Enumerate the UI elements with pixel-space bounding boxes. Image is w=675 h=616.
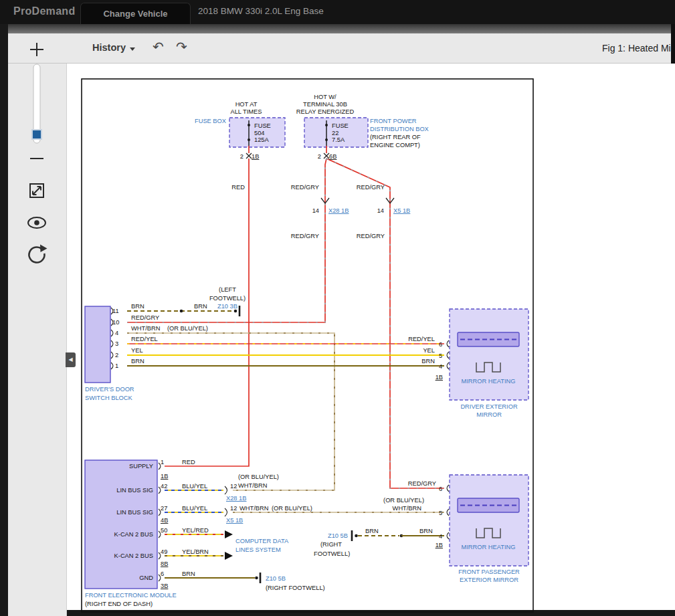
fem-z10-5b-link[interactable]: Z10 5B <box>266 575 286 582</box>
dist-box-label-3: (RIGHT REAR OF <box>370 134 421 140</box>
pm-pin-6: 6 <box>439 486 442 492</box>
fem-name-1[interactable]: FRONT ELECTRONIC MODULE <box>85 592 177 599</box>
dist-box-label-1[interactable]: FRONT POWER <box>370 118 417 124</box>
undo-button[interactable]: ↶ <box>153 39 164 55</box>
fem-z10-5b-loc: (RIGHT FOOTWELL) <box>266 585 325 591</box>
z10-3b-link[interactable]: Z10 3B <box>217 303 237 310</box>
switch-block-name-2[interactable]: SWITCH BLOCK <box>85 395 133 401</box>
dm-name-2[interactable]: MIRROR <box>476 411 502 418</box>
passenger-mirror-box[interactable] <box>450 475 528 566</box>
fem42-orbluyel: (OR BLU/YEL) <box>238 474 279 480</box>
wire-label-redgry-3: RED/GRY <box>291 233 319 239</box>
sb-wire-yel: YEL <box>131 347 143 354</box>
left-edge-strip <box>0 24 8 616</box>
pm-orbluyel: (OR BLU/YEL) <box>383 497 424 504</box>
pm-pin-4: 4 <box>439 533 442 540</box>
dm-wire-redyel: RED/YEL <box>408 336 435 342</box>
mid-z10-5b-loc-1: (RIGHT <box>320 541 342 548</box>
sb-pin-2: 2 <box>115 352 118 358</box>
hot-relay-label-2: TERMINAL 30B <box>303 101 347 108</box>
chevron-down-icon[interactable] <box>130 47 135 51</box>
connector-x5-link[interactable]: X5 1B <box>393 207 410 214</box>
wire-label-redgry-2: RED/GRY <box>357 184 385 191</box>
mid-z10-5b-link[interactable]: Z10 5B <box>328 532 348 539</box>
pm-pin-5: 5 <box>439 510 442 516</box>
fem-pin-49: 49 <box>161 548 167 555</box>
switch-block-name-1[interactable]: DRIVER'S DOOR <box>85 386 134 393</box>
fem27-x5-link[interactable]: X5 1B <box>226 517 243 524</box>
hot-relay-label-1: HOT W/ <box>314 94 336 100</box>
fem-pin-1: 1 <box>161 459 164 466</box>
dist-box-label-2[interactable]: DISTRIBUTION BOX <box>370 126 429 132</box>
drivers-door-switch-block-box[interactable] <box>85 306 110 383</box>
zoom-slider-handle[interactable] <box>32 130 41 139</box>
zoom-in-button[interactable] <box>30 43 43 56</box>
redo-button[interactable]: ↷ <box>176 39 187 55</box>
expand-icon <box>30 184 43 197</box>
pm-name-2[interactable]: EXTERIOR MIRROR <box>460 577 518 583</box>
sb-pin-1: 1 <box>115 363 118 369</box>
sb-pin-10: 10 <box>112 319 119 326</box>
dm-heating-label[interactable]: MIRROR HEATING <box>462 378 516 385</box>
conn12-pin-b: 12 <box>230 505 237 512</box>
connector-x28-link[interactable]: X28 1B <box>328 207 349 214</box>
history-dropdown[interactable]: History <box>92 42 126 53</box>
dm-pin-5: 5 <box>439 352 442 359</box>
fit-screen-button[interactable] <box>30 184 43 197</box>
dm-wire-yel: YEL <box>423 347 435 354</box>
fem-label-lin-1: LIN BUS SIG <box>116 487 153 494</box>
pm-name-1[interactable]: FRONT PASSENGER <box>458 569 520 575</box>
sb-wire-whtbrn: WHT/BRN <box>131 325 160 332</box>
app-title-bar: ProDemand Change Vehicle 2018 BMW 330i 2… <box>0 0 675 24</box>
fem-wire-red: RED <box>182 459 195 466</box>
fuse2-pin: 2 <box>318 153 321 160</box>
wire-label-red: RED <box>231 184 245 191</box>
dm-pin-4: 4 <box>439 363 442 370</box>
ground-dot-z10-3b <box>234 310 237 313</box>
sb-wire-orbluyel: (OR BLU/YEL) <box>167 325 208 332</box>
sb-pin-4: 4 <box>115 330 118 336</box>
fem-wire-yelbrn: YEL/BRN <box>182 548 209 555</box>
dm-pin-6: 6 <box>439 341 442 348</box>
front-electronic-module-box[interactable] <box>85 460 157 589</box>
app-logo: ProDemand <box>13 5 76 17</box>
visibility-button[interactable] <box>28 217 45 228</box>
pm-bus: 1B <box>436 542 443 548</box>
change-vehicle-button[interactable]: Change Vehicle <box>80 3 191 24</box>
fem27-whtbrn: WHT/BRN <box>239 505 268 512</box>
fem-pin-50: 50 <box>161 527 167 534</box>
fem-label-gnd: GND <box>139 575 153 581</box>
fem-wire-brn: BRN <box>182 571 195 577</box>
fuse1-rating: 125A <box>254 136 270 143</box>
fuse1-id: 504 <box>254 130 265 136</box>
fem-pin-27: 27 <box>161 505 167 512</box>
fem-name-2: (RIGHT END OF DASH) <box>85 601 153 607</box>
refresh-button[interactable] <box>29 245 47 263</box>
fem-label-kcan-1: K-CAN 2 BUS <box>114 531 153 538</box>
fem-wire-bluyel-2: BLU/YEL <box>182 505 207 512</box>
fem-bus-4b: 4B <box>161 517 168 524</box>
dm-name-1[interactable]: DRIVER EXTERIOR <box>460 403 518 410</box>
connector-x28-pin: 14 <box>312 207 319 214</box>
mid-z10-5b-loc-2: FOOTWELL) <box>314 550 350 557</box>
fuse1-name: FUSE <box>254 122 271 129</box>
fem42-x28-link[interactable]: X28 1B <box>226 495 247 502</box>
dm-bus: 1B <box>436 374 443 381</box>
computer-data-label-2[interactable]: LINES SYSTEM <box>235 546 281 553</box>
fuse2-rating: 7.5A <box>332 136 345 143</box>
z10-3b-loc-1: (LEFT <box>219 286 236 293</box>
pm-heating-label[interactable]: MIRROR HEATING <box>462 544 516 550</box>
fem-label-kcan-2: K-CAN 2 BUS <box>114 552 153 559</box>
ground-dot-fem <box>255 577 258 580</box>
driver-mirror-box[interactable] <box>450 309 528 400</box>
pm-whtbrn: WHT/BRN <box>393 505 421 512</box>
fuse-box-label[interactable]: FUSE BOX <box>195 118 226 124</box>
hot-at-label-1: HOT AT <box>235 101 258 108</box>
vehicle-title: 2018 BMW 330i 2.0L Eng Base <box>198 6 324 16</box>
dist-box-label-4: ENGINE COMPT) <box>370 142 420 148</box>
fem-label-lin-2: LIN BUS SIG <box>116 509 153 516</box>
right-scroll-strip[interactable] <box>671 24 675 64</box>
computer-data-label-1[interactable]: COMPUTER DATA <box>235 538 289 544</box>
refresh-icon <box>29 245 47 263</box>
fem-pin-42: 42 <box>161 483 167 490</box>
